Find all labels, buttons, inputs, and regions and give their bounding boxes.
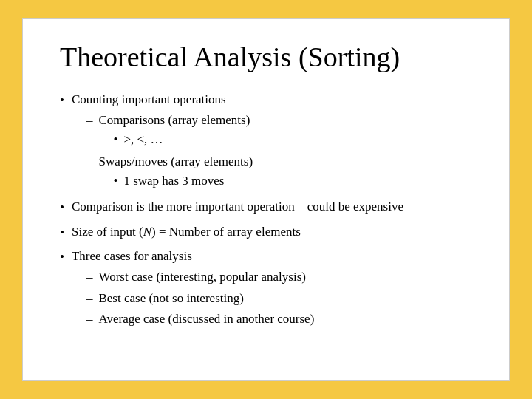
sub-item-1-2: – Swaps/moves (array elements) • 1 swap … <box>86 152 472 192</box>
sub-text-1-2: Swaps/moves (array elements) • 1 swap ha… <box>98 152 253 192</box>
sub-item-4-1: – Worst case (interesting, popular analy… <box>86 267 472 287</box>
bullet-text-4: Three cases for analysis – Worst case (i… <box>72 247 472 330</box>
slide: Theoretical Analysis (Sorting) • Countin… <box>22 18 510 381</box>
sub-sub-list-1-2: • 1 swap has 3 moves <box>113 171 253 191</box>
sub-item-4-2: – Best case (not so interesting) <box>86 289 472 308</box>
sub-item-1-1: – Comparisons (array elements) • >, <, … <box>86 111 472 151</box>
bullet-item-3: • Size of input (N) = Number of array el… <box>60 222 472 242</box>
sub-sub-list-1-1: • >, <, … <box>113 130 250 149</box>
sub-sub-item-1-2-1: • 1 swap has 3 moves <box>113 171 253 191</box>
sub-dash-1-2: – <box>86 152 93 171</box>
bullet-dot-3: • <box>60 223 64 242</box>
sub-label-4-3: Average case (discussed in another cours… <box>98 310 314 329</box>
bullet-label-4: Three cases for analysis <box>72 249 192 263</box>
bullet-label-2: Comparison is the more important operati… <box>72 197 472 216</box>
sub-label-1-2: Swaps/moves (array elements) <box>98 154 253 168</box>
sub-dash-4-3: – <box>86 310 93 329</box>
bullet-text-1: Counting important operations – Comparis… <box>72 90 472 194</box>
sub-label-4-2: Best case (not so interesting) <box>98 289 243 308</box>
sub-dash-4-2: – <box>86 289 93 308</box>
sub-list-1: – Comparisons (array elements) • >, <, … <box>86 111 472 191</box>
sub-sub-item-1-1-1: • >, <, … <box>113 130 250 149</box>
bullet-text-3: Size of input (N) = Number of array elem… <box>72 222 472 242</box>
sub-label-1-1: Comparisons (array elements) <box>98 113 250 127</box>
sub-label-4-1: Worst case (interesting, popular analysi… <box>98 267 305 287</box>
sub-dash-4-1: – <box>86 267 93 287</box>
slide-content: • Counting important operations – Compar… <box>60 90 472 335</box>
sub-list-4: – Worst case (interesting, popular analy… <box>86 267 472 329</box>
slide-title: Theoretical Analysis (Sorting) <box>60 41 472 74</box>
sub-sub-bullet-1-2-1: • <box>113 171 117 191</box>
bullet-item-2: • Comparison is the more important opera… <box>60 197 472 217</box>
sub-dash-1-1: – <box>86 111 93 130</box>
bullet-item-4: • Three cases for analysis – Worst case … <box>60 247 472 330</box>
sub-sub-label-1-2-1: 1 swap has 3 moves <box>123 171 224 191</box>
bullet-dot-4: • <box>60 248 64 267</box>
bullet-item-1: • Counting important operations – Compar… <box>60 90 472 194</box>
sub-sub-label-1-1-1: >, <, … <box>123 130 163 149</box>
sub-item-4-3: – Average case (discussed in another cou… <box>86 310 472 329</box>
bullet-dot-1: • <box>60 91 64 110</box>
sub-sub-bullet-1-1-1: • <box>113 130 117 149</box>
sub-text-1-1: Comparisons (array elements) • >, <, … <box>98 111 250 151</box>
bullet-dot-2: • <box>60 198 64 217</box>
bullet-label-1: Counting important operations <box>72 92 226 106</box>
